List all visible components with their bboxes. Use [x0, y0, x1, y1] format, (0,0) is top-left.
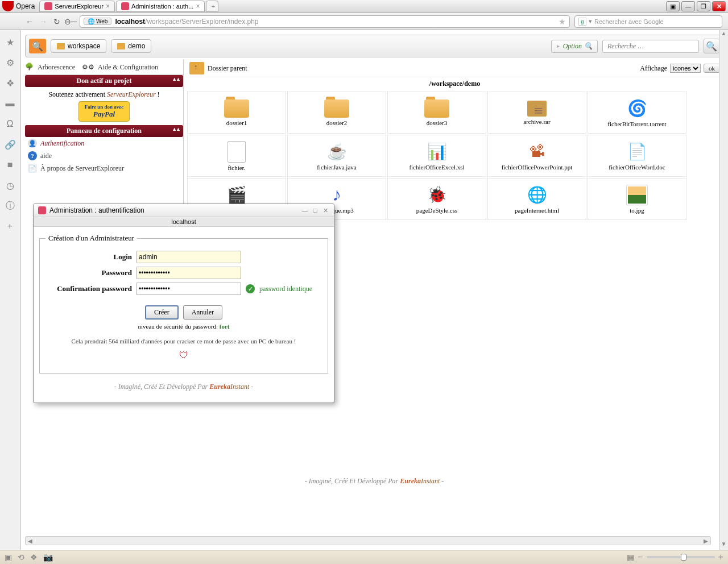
app-search-input[interactable] [602, 40, 699, 53]
cancel-button[interactable]: Annuler [183, 305, 222, 320]
gears-icon: ⚙⚙ [82, 63, 94, 72]
file-item-css[interactable]: 🐞pageDeStyle.css [387, 178, 486, 220]
login-input[interactable] [136, 251, 241, 263]
favicon-icon [44, 2, 52, 10]
note-icon[interactable]: ▬ [5, 98, 15, 109]
add-panel-icon[interactable]: + [5, 221, 15, 231]
maximize-button[interactable]: ❐ [697, 1, 710, 11]
horizontal-scrollbar[interactable]: ◀ ▶ [25, 536, 711, 545]
file-name: ficherBitTorrent.torrent [607, 121, 666, 127]
tab-arborescence[interactable]: Arborescence [38, 63, 75, 72]
modal-close-button[interactable]: ✕ [321, 206, 329, 214]
file-item-photo[interactable]: to.jpg [588, 178, 686, 220]
file-item-folder[interactable]: dossier1 [187, 92, 286, 134]
file-item-ppt[interactable]: 📽fichierOfficePowerPoint.ppt [487, 135, 586, 177]
book-icon[interactable]: ■ [5, 160, 15, 170]
app-logo-icon[interactable]: 🔍 [29, 39, 46, 53]
google-icon: g [578, 18, 586, 26]
sync-icon[interactable]: ⟲ [18, 553, 24, 562]
tab-aide-config[interactable]: Aide & Configuration [98, 63, 158, 72]
security-level-text: niveau de sécurité du password: fort [46, 323, 322, 330]
create-button[interactable]: Créer [145, 305, 179, 320]
star-icon[interactable]: ★ [5, 37, 15, 47]
modal-minimize-button[interactable]: — [301, 206, 309, 214]
file-name: fichierOfficeWord.doc [609, 164, 665, 171]
file-name: pageDeStyle.css [416, 207, 457, 214]
camera-icon[interactable]: 📷 [43, 553, 53, 562]
reload-button[interactable]: ↻ [52, 17, 61, 26]
scroll-left-icon[interactable]: ◀ [26, 538, 35, 544]
option-button[interactable]: Option 🔍 [551, 40, 598, 53]
display-mode-select[interactable]: icones [670, 64, 701, 73]
file-name: dossier2 [326, 119, 348, 126]
zoom-slider[interactable] [647, 556, 715, 558]
magnet-icon[interactable]: Ω [5, 119, 15, 129]
turbo-icon[interactable]: ❖ [30, 553, 38, 562]
modal-footer-credit: - Imaginé, Créé Et Développé Par EurekaI… [39, 383, 328, 391]
file-item-rar[interactable]: archive.rar [487, 92, 586, 134]
browser-search-input[interactable]: g ▾ Rechercher avec Google [574, 15, 722, 28]
config-aide[interactable]: ? aide [25, 150, 183, 162]
key-icon[interactable]: ⊖─ [66, 17, 75, 26]
clock-icon[interactable]: ◷ [5, 180, 15, 190]
forward-button[interactable]: → [39, 17, 48, 26]
favicon-icon [121, 2, 129, 10]
back-button[interactable]: ← [25, 17, 34, 26]
file-item-doc[interactable]: fichier. [187, 135, 286, 177]
close-icon[interactable]: × [106, 2, 110, 10]
new-tab-button[interactable]: + [206, 1, 218, 12]
view-mode-icon[interactable]: ▦ [627, 553, 634, 562]
web-badge: 🌐Web [84, 18, 111, 25]
parent-folder-icon[interactable] [189, 62, 204, 74]
file-name: fichierOfficeExcel.xsl [409, 164, 464, 171]
file-item-excel[interactable]: 📊fichierOfficeExcel.xsl [387, 135, 486, 177]
scroll-right-icon[interactable]: ▶ [701, 538, 710, 544]
scroll-down-icon[interactable]: ▼ [719, 541, 728, 550]
zoom-out-icon[interactable]: − [638, 552, 643, 562]
vertical-scrollbar[interactable]: ▲ ▼ [719, 30, 728, 550]
file-name: to.jpg [630, 207, 644, 214]
file-item-java[interactable]: ☕fichierJava.java [287, 135, 386, 177]
ok-button[interactable]: ok [704, 64, 720, 73]
confirm-password-input[interactable] [136, 283, 241, 295]
url-text: localhost/workspace/ServerExplorer/index… [115, 18, 559, 26]
document-icon: 📄 [28, 164, 37, 173]
address-input[interactable]: 🌐Web localhost/workspace/ServerExplorer/… [80, 15, 570, 28]
config-about[interactable]: 📄 À propos de ServeurExploreur [25, 162, 183, 175]
user-icon: 👤 [28, 139, 37, 148]
close-icon[interactable]: × [196, 2, 200, 10]
file-item-html[interactable]: 🌐pageInternet.html [487, 178, 586, 220]
info-icon[interactable]: ⓘ [5, 201, 15, 211]
folder-icon [57, 43, 65, 49]
file-item-word[interactable]: 📄fichierOfficeWord.doc [588, 135, 686, 177]
opera-logo-icon [2, 1, 14, 11]
close-window-button[interactable]: ✕ [712, 1, 726, 11]
paypal-donate-button[interactable]: Faire un don avec PayPal [78, 101, 130, 122]
panel-toggle-button[interactable]: ▣ [666, 1, 680, 11]
modal-titlebar[interactable]: Administration : authentification — □ ✕ [34, 204, 334, 217]
scroll-up-icon[interactable]: ▲ [719, 30, 728, 39]
link-icon[interactable]: 🔗 [5, 139, 15, 150]
file-item-folder[interactable]: dossier2 [287, 92, 386, 134]
tab-serveurexploreur[interactable]: ServeurExploreur × [39, 1, 115, 12]
app-search-button[interactable]: 🔍 [704, 39, 719, 53]
tab-administration[interactable]: Administration : auth... × [116, 1, 205, 12]
zoom-in-icon[interactable]: + [718, 552, 723, 562]
parent-folder-label[interactable]: Dossier parent [208, 64, 247, 73]
password-match-text: password identique [259, 285, 312, 293]
confirm-password-label: Confirmation password [46, 284, 132, 293]
breadcrumb-workspace[interactable]: workspace [51, 39, 106, 53]
modal-maximize-button[interactable]: □ [311, 206, 319, 214]
config-panel-header[interactable]: Panneau de configuration▲▲ [25, 125, 183, 137]
file-item-folder[interactable]: dossier3 [387, 92, 486, 134]
file-item-torrent[interactable]: 🌀ficherBitTorrent.torrent [588, 92, 686, 134]
panel-icon[interactable]: ▣ [5, 553, 12, 562]
bookmark-star-icon[interactable]: ★ [559, 17, 566, 26]
share-icon[interactable]: ❖ [5, 78, 15, 88]
password-input[interactable] [136, 267, 241, 279]
minimize-button[interactable]: — [681, 1, 695, 11]
breadcrumb-demo[interactable]: demo [111, 39, 151, 53]
gear-icon[interactable]: ⚙ [5, 57, 15, 68]
config-authentification[interactable]: 👤 Authentification [25, 137, 183, 150]
donation-header[interactable]: Don actif au projet▲▲ [25, 75, 183, 87]
